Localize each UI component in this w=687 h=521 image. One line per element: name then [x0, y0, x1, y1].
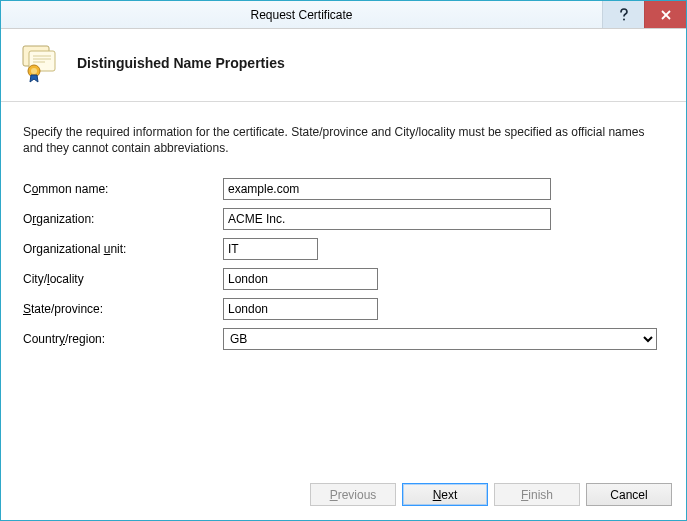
svg-point-0 [623, 18, 625, 20]
wizard-header: Distinguished Name Properties [1, 29, 686, 101]
window-title: Request Certificate [1, 1, 602, 28]
row-organizational-unit: Organizational unit: [23, 238, 664, 260]
close-button[interactable] [644, 1, 686, 28]
intro-text: Specify the required information for the… [23, 124, 664, 156]
row-state: State/province: [23, 298, 664, 320]
state-input[interactable] [223, 298, 378, 320]
finish-button: Finish [494, 483, 580, 506]
wizard-window: Request Certificate [0, 0, 687, 521]
wizard-footer: Previous Next Finish Cancel [1, 471, 686, 520]
city-input[interactable] [223, 268, 378, 290]
label-state: State/province: [23, 302, 223, 316]
titlebar-buttons [602, 1, 686, 28]
label-organization: Organization: [23, 212, 223, 226]
label-country: Country/region: [23, 332, 223, 346]
content-area: Specify the required information for the… [1, 102, 686, 471]
organization-input[interactable] [223, 208, 551, 230]
row-city: City/locality [23, 268, 664, 290]
close-icon [660, 9, 672, 21]
row-country: Country/region: GB [23, 328, 664, 350]
cancel-button[interactable]: Cancel [586, 483, 672, 506]
organizational-unit-input[interactable] [223, 238, 318, 260]
label-city: City/locality [23, 272, 223, 286]
page-title: Distinguished Name Properties [77, 55, 285, 71]
common-name-input[interactable] [223, 178, 551, 200]
svg-point-9 [31, 68, 37, 74]
label-organizational-unit: Organizational unit: [23, 242, 223, 256]
title-bar: Request Certificate [1, 1, 686, 29]
label-common-name: Common name: [23, 182, 223, 196]
help-button[interactable] [602, 1, 644, 28]
certificate-icon [19, 43, 59, 83]
previous-button: Previous [310, 483, 396, 506]
country-select[interactable]: GB [223, 328, 657, 350]
help-icon [618, 8, 630, 22]
next-button[interactable]: Next [402, 483, 488, 506]
row-organization: Organization: [23, 208, 664, 230]
row-common-name: Common name: [23, 178, 664, 200]
